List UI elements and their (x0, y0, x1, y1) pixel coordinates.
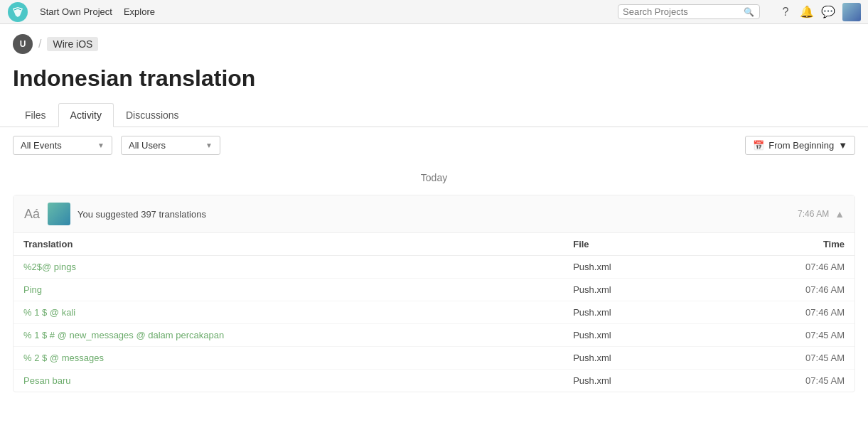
table-row: Pesan baruPush.xml07:45 AM (14, 370, 854, 392)
activity-item-header: Aá You suggested 397 translations 7:46 A… (14, 195, 854, 233)
table-row: % 1 $ # @ new_messages @ dalam percakapa… (14, 324, 854, 347)
bell-icon[interactable]: 🔔 (800, 5, 814, 19)
translation-file: Push.xml (563, 324, 707, 347)
chat-icon[interactable]: 💬 (821, 5, 835, 19)
table-row: %2$@ pingsPush.xml07:46 AM (14, 256, 854, 279)
header-icons: ? 🔔 💬 (778, 3, 861, 21)
translation-time: 07:45 AM (707, 347, 854, 370)
translation-text[interactable]: % 2 $ @ messages (14, 347, 563, 370)
tabs: Files Activity Discussions (0, 103, 868, 127)
translation-text[interactable]: %2$@ pings (14, 256, 563, 279)
tab-discussions[interactable]: Discussions (114, 103, 191, 127)
col-translation: Translation (14, 233, 563, 256)
activity-time: 7:46 AM ▲ (798, 208, 845, 220)
translation-icon: Aá (23, 207, 41, 222)
table-row: % 2 $ @ messagesPush.xml07:45 AM (14, 347, 854, 370)
page-title: Indonesian translation (0, 58, 868, 103)
translation-text[interactable]: Ping (14, 279, 563, 301)
collapse-icon[interactable]: ▲ (835, 208, 845, 220)
tab-files[interactable]: Files (13, 103, 58, 127)
date-filter-arrow: ▼ (838, 140, 847, 151)
translation-time: 07:46 AM (707, 301, 854, 324)
table-row: % 1 $ @ kaliPush.xml07:46 AM (14, 301, 854, 324)
user-avatar[interactable]: U (13, 34, 33, 54)
search-icon: 🔍 (744, 7, 754, 17)
translation-text[interactable]: % 1 $ # @ new_messages @ dalam percakapa… (14, 324, 563, 347)
activity-content: Today Aá You suggested 397 translations … (0, 163, 868, 392)
col-time: Time (707, 233, 854, 256)
avatar[interactable] (842, 3, 861, 21)
translation-time: 07:46 AM (707, 256, 854, 279)
translation-text[interactable]: Pesan baru (14, 370, 563, 392)
breadcrumb-separator: / (38, 38, 41, 50)
translation-file: Push.xml (563, 347, 707, 370)
calendar-icon: 📅 (753, 140, 764, 151)
logo[interactable] (7, 1, 28, 23)
users-filter[interactable]: All Users ▼ (121, 136, 220, 155)
date-filter-label: From Beginning (768, 140, 834, 151)
activity-message: You suggested 397 translations (77, 209, 206, 220)
activity-user-avatar (48, 203, 70, 225)
tab-activity[interactable]: Activity (58, 103, 114, 127)
nav-explore[interactable]: Explore (124, 6, 155, 17)
main-nav: Start Own Project Explore (40, 6, 155, 17)
translation-file: Push.xml (563, 301, 707, 324)
breadcrumb: U / Wire iOS (0, 24, 868, 58)
translation-time: 07:45 AM (707, 324, 854, 347)
translation-table: Translation File Time %2$@ pingsPush.xml… (14, 233, 854, 392)
today-label: Today (13, 163, 855, 195)
translation-file: Push.xml (563, 370, 707, 392)
events-filter[interactable]: All Events ▼ (13, 136, 112, 155)
translation-file: Push.xml (563, 279, 707, 301)
users-filter-label: All Users (129, 140, 166, 151)
events-filter-label: All Events (21, 140, 62, 151)
translation-file: Push.xml (563, 256, 707, 279)
col-file: File (563, 233, 707, 256)
breadcrumb-project[interactable]: Wire iOS (47, 37, 98, 51)
activity-item: Aá You suggested 397 translations 7:46 A… (13, 195, 855, 392)
filters: All Events ▼ All Users ▼ 📅 From Beginnin… (0, 127, 868, 163)
table-row: PingPush.xml07:46 AM (14, 279, 854, 301)
search-input[interactable] (623, 6, 744, 17)
activity-timestamp: 7:46 AM (798, 209, 829, 219)
header: Start Own Project Explore 🔍 ? 🔔 💬 (0, 0, 868, 24)
date-filter[interactable]: 📅 From Beginning ▼ (745, 136, 855, 155)
events-filter-arrow: ▼ (97, 141, 105, 149)
users-filter-arrow: ▼ (205, 141, 213, 149)
translation-time: 07:45 AM (707, 370, 854, 392)
search-bar: 🔍 (618, 4, 760, 19)
translation-text[interactable]: % 1 $ @ kali (14, 301, 563, 324)
help-icon[interactable]: ? (778, 5, 793, 19)
nav-start-own-project[interactable]: Start Own Project (40, 6, 112, 17)
translation-time: 07:46 AM (707, 279, 854, 301)
